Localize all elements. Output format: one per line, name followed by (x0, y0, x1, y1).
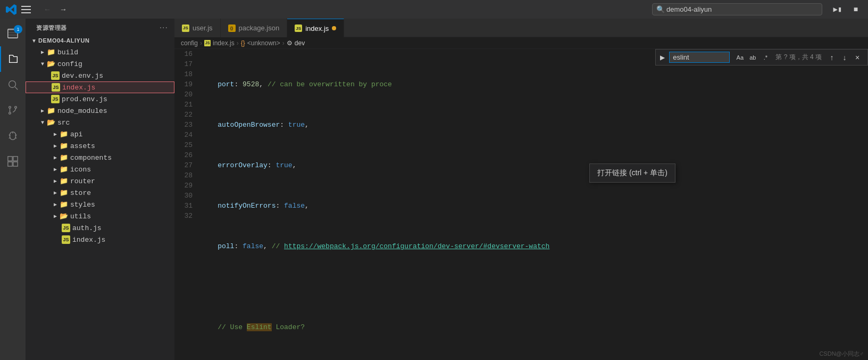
tab-package-json[interactable]: {} package.json (221, 19, 288, 37)
folder-icon: 📁 (60, 177, 68, 185)
folder-arrow-icon: ▶ (51, 153, 60, 162)
tree-components[interactable]: ▶ 📁 components (26, 152, 174, 163)
code-line-21 (201, 282, 868, 292)
tree-node-modules[interactable]: ▶ 📁 node_modules (26, 105, 174, 117)
json-tab-icon: {} (228, 24, 236, 32)
line-num-26: 26 (177, 150, 193, 160)
search-icon: 🔍 (656, 5, 665, 14)
tooltip-popup: 打开链接 (ctrl + 单击) (589, 163, 675, 183)
folder-icon: 📁 (60, 153, 68, 162)
tree-item-label: utils (70, 212, 174, 220)
find-prev-button[interactable]: ↑ (826, 52, 838, 63)
svg-rect-14 (8, 162, 12, 166)
sidebar-title: 资源管理器 (36, 24, 67, 32)
activity-explorer[interactable] (0, 46, 26, 72)
forward-button[interactable]: → (57, 4, 69, 15)
line-numbers: 16 17 18 19 20 21 22 23 24 25 26 27 28 2… (174, 49, 197, 360)
find-input[interactable] (673, 53, 726, 61)
tree-item-label: prod.env.js (62, 95, 174, 103)
activity-files[interactable]: 1 (0, 21, 26, 46)
tree-prod-env[interactable]: JS prod.env.js (26, 93, 174, 105)
navigation-arrows: ← → (41, 4, 69, 15)
line-num-18: 18 (177, 69, 193, 79)
global-search-input[interactable] (652, 3, 822, 15)
tree-auth-js[interactable]: JS auth.js (26, 222, 174, 234)
tree-src[interactable]: ▼ 📂 src (26, 117, 174, 128)
back-button[interactable]: ← (41, 4, 53, 15)
tree-utils[interactable]: ▶ 📂 utils (26, 210, 174, 222)
breadcrumb-bracket-icon: {} (241, 39, 245, 47)
activity-debug[interactable] (0, 123, 26, 149)
tree-item-label: assets (70, 142, 174, 150)
code-content: port: 9528, // can be overwritten by pro… (197, 49, 868, 360)
js-icon: JS (51, 71, 60, 80)
js-icon: JS (52, 83, 60, 92)
find-next-button[interactable]: ↓ (839, 52, 850, 63)
folder-arrow-icon: ▶ (51, 200, 60, 209)
line-num-25: 25 (177, 140, 193, 150)
panel-toggle-button[interactable]: ■ (849, 4, 863, 15)
line-num-28: 28 (177, 170, 193, 181)
svg-point-1 (9, 81, 16, 88)
tree-index-js[interactable]: JS index.js (26, 81, 174, 93)
find-case-sensitive-button[interactable]: Aa (734, 52, 746, 63)
line-num-22: 22 (177, 110, 193, 120)
js-icon: JS (62, 224, 70, 232)
find-count: 第 ? 项，共 4 项 (775, 53, 822, 62)
sidebar-more-button[interactable]: ··· (160, 23, 168, 32)
tab-label: user.js (193, 24, 213, 32)
folder-icon: 📁 (60, 200, 68, 209)
svg-point-4 (15, 107, 17, 109)
tooltip-text: 打开链接 (ctrl + 单击) (597, 168, 667, 177)
activity-git[interactable] (0, 97, 26, 123)
tree-store[interactable]: ▶ 📁 store (26, 187, 174, 199)
activity-bar: 1 (0, 19, 26, 360)
folder-icon: 📁 (60, 189, 68, 197)
tree-config[interactable]: ▼ 📂 config (26, 58, 174, 70)
find-whole-word-button[interactable]: ab (747, 52, 758, 63)
svg-line-10 (9, 138, 11, 138)
folder-arrow-icon: ▼ (38, 118, 47, 127)
tab-index-js[interactable]: JS index.js (287, 19, 344, 37)
breadcrumb-dev-icon: ⚙ (287, 39, 293, 47)
folder-icon: 📂 (47, 118, 55, 127)
tree-build[interactable]: ▶ 📁 build (26, 46, 174, 58)
tab-label: package.json (239, 24, 280, 32)
code-line-17: autoOpenBrowser: true, (201, 120, 868, 130)
tab-user-js[interactable]: JS user.js (174, 19, 221, 37)
titlebar-right: ▶▮ ■ (831, 4, 863, 15)
tree-item-label: styles (70, 201, 174, 209)
tree-project-root[interactable]: ▼ DEMO04-ALIYUN (26, 35, 174, 46)
tree-styles[interactable]: ▶ 📁 styles (26, 199, 174, 210)
editor-area: JS user.js {} package.json JS index.js c… (174, 19, 868, 360)
tree-assets[interactable]: ▶ 📁 assets (26, 140, 174, 152)
sidebar-toggle-button[interactable]: ▶▮ (831, 4, 845, 15)
line-num-19: 19 (177, 79, 193, 89)
tree-router[interactable]: ▶ 📁 router (26, 175, 174, 187)
line-num-27: 27 (177, 160, 193, 170)
project-name: DEMO04-ALIYUN (38, 37, 89, 44)
svg-point-3 (9, 107, 11, 109)
find-close-button[interactable]: × (852, 52, 863, 63)
folder-arrow-icon: ▶ (38, 107, 47, 115)
code-editor: 16 17 18 19 20 21 22 23 24 25 26 27 28 2… (174, 49, 868, 360)
find-options: Aa ab .* (734, 52, 771, 63)
hamburger-menu[interactable] (21, 4, 33, 15)
tree-item-label: src (57, 119, 174, 127)
tree-item-label: icons (70, 166, 174, 174)
code-line-19: notifyOnErrors: false, (201, 201, 868, 211)
find-expand-icon[interactable]: ▶ (660, 54, 665, 61)
breadcrumb-dev: dev (295, 39, 305, 47)
tree-utils-index-js[interactable]: JS index.js (26, 234, 174, 246)
folder-arrow-icon: ▶ (38, 48, 47, 56)
activity-extensions[interactable] (0, 149, 26, 174)
tree-dev-env[interactable]: JS dev.env.js (26, 70, 174, 81)
js-icon: JS (51, 95, 60, 103)
tree-api[interactable]: ▶ 📁 api (26, 128, 174, 140)
activity-search[interactable] (0, 72, 26, 97)
main-layout: 1 (0, 19, 868, 360)
tree-icons[interactable]: ▶ 📁 icons (26, 163, 174, 175)
find-regex-button[interactable]: .* (760, 52, 771, 63)
tabs-bar: JS user.js {} package.json JS index.js (174, 19, 868, 37)
find-widget: ▶ Aa ab .* 第 ? 项，共 4 项 ↑ ↓ × (655, 49, 868, 66)
